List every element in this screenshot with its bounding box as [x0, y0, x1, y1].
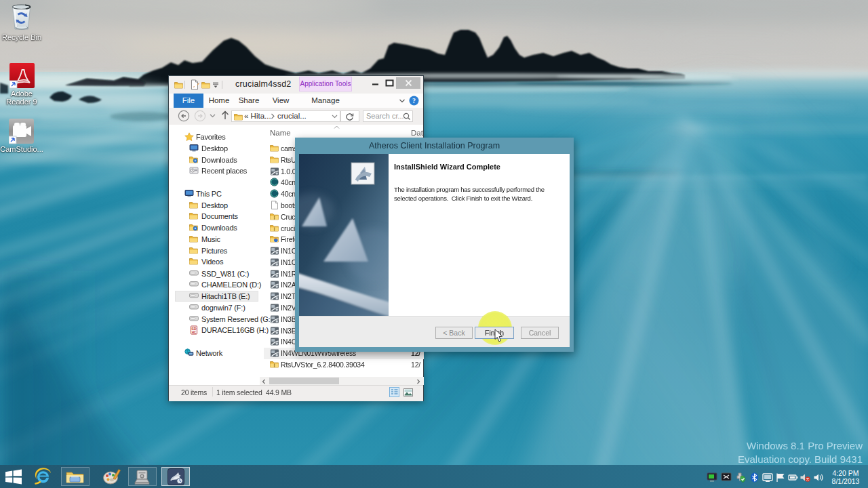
svg-text:?: ? [412, 97, 416, 104]
